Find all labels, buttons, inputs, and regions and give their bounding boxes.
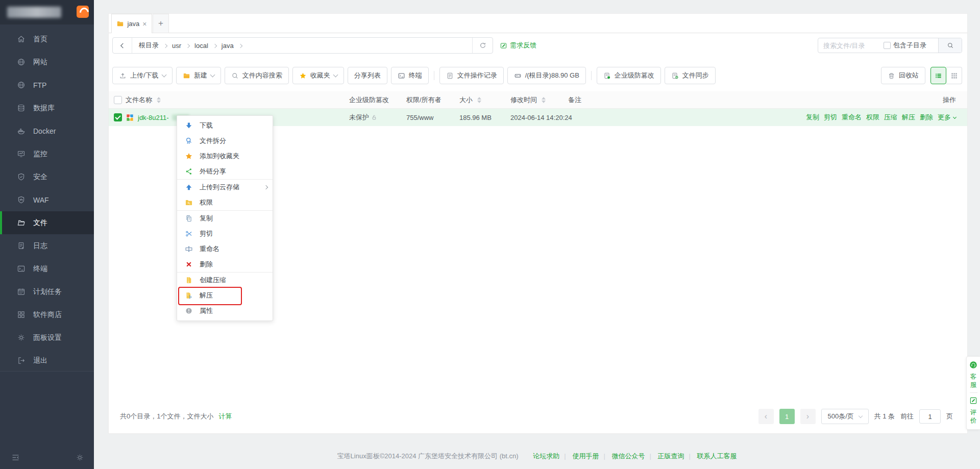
tamper-status[interactable]: 未保护 <box>349 109 377 126</box>
zip-icon <box>184 276 193 285</box>
footer-link-genuine[interactable]: 正版查询 <box>657 452 684 460</box>
sidebar-item-logs[interactable]: 日志 <box>0 234 94 257</box>
next-page-button[interactable]: › <box>800 409 816 424</box>
tab-add-button[interactable]: + <box>153 14 169 33</box>
file-log-button[interactable]: 文件操作记录 <box>439 67 504 84</box>
menu-item-copy[interactable]: 复制 <box>177 211 273 226</box>
rate-link[interactable]: 评价 <box>970 408 977 425</box>
recycle-bin-button[interactable]: 回收站 <box>881 67 925 84</box>
include-subdir-label: 包含子目录 <box>893 41 926 50</box>
sidebar-item-appstore[interactable]: 软件商店 <box>0 303 94 326</box>
sidebar-item-website[interactable]: 网站 <box>0 51 94 73</box>
sidebar-item-waf[interactable]: WAF <box>0 188 94 211</box>
disk-usage-button[interactable]: /(根目录)88.90 GB <box>507 67 586 84</box>
menu-item-share[interactable]: 外链分享 <box>177 164 273 179</box>
tab-java[interactable]: java × <box>111 14 152 33</box>
rate-pencil-icon[interactable] <box>969 397 977 405</box>
shield-icon <box>17 172 26 181</box>
calc-size-link[interactable]: 计算 <box>218 412 232 421</box>
menu-item-cloud-upload[interactable]: 上传到云存储 <box>177 180 273 195</box>
unzip-icon <box>184 291 193 300</box>
new-button[interactable]: 新建 <box>176 67 221 84</box>
list-view-button[interactable] <box>930 67 946 84</box>
sidebar-item-cron[interactable]: 计划任务 <box>0 280 94 303</box>
footer-separator: | <box>603 452 605 460</box>
footer-link-support[interactable]: 联系人工客服 <box>697 452 737 460</box>
menu-item-download[interactable]: 下载 <box>177 118 273 133</box>
sidebar-item-home[interactable]: 首页 <box>0 28 94 51</box>
sidebar-item-docker[interactable]: Docker <box>0 119 94 142</box>
tab-close-icon[interactable]: × <box>142 20 146 28</box>
search-input[interactable] <box>818 42 884 50</box>
prev-page-button[interactable]: ‹ <box>758 409 774 424</box>
menu-item-cut[interactable]: 剪切 <box>177 226 273 241</box>
sort-control[interactable] <box>542 97 546 103</box>
breadcrumb-root[interactable]: 根目录 <box>139 41 159 50</box>
favorites-button[interactable]: 收藏夹 <box>292 67 344 84</box>
sort-control[interactable] <box>477 97 481 103</box>
include-subdir-option[interactable]: 包含子目录 <box>884 41 926 50</box>
back-button[interactable] <box>113 38 132 53</box>
breadcrumb-java[interactable]: java <box>222 42 234 50</box>
share-list-button[interactable]: 分享列表 <box>348 67 387 84</box>
tamper-proof-button[interactable]: 企业级防篡改 <box>597 67 661 84</box>
menu-item-label: 下载 <box>200 121 213 130</box>
breadcrumb-usr[interactable]: usr <box>172 42 181 50</box>
sidebar-item-files[interactable]: 文件 <box>0 211 94 234</box>
checkbox-unchecked[interactable] <box>884 42 891 49</box>
terminal-button[interactable]: 终端 <box>391 67 429 84</box>
menu-item-perm[interactable]: 权限 <box>177 195 273 210</box>
sidebar-item-settings[interactable]: 面板设置 <box>0 326 94 349</box>
action-rename[interactable]: 重命名 <box>842 113 862 122</box>
sort-control[interactable] <box>157 97 161 103</box>
menu-item-rename[interactable]: 重命名 <box>177 241 273 257</box>
goto-page-input[interactable] <box>919 409 941 424</box>
menu-item-split[interactable]: 文件拆分 <box>177 133 273 149</box>
grid-view-button[interactable] <box>946 67 962 84</box>
sidebar-item-terminal[interactable]: 终端 <box>0 257 94 280</box>
footer-spacer <box>525 452 527 460</box>
sidebar-menu: 首页 网站 FTP 数据库 Docker 监控 安全 WAF 文件 日志 终端 … <box>0 28 94 372</box>
column-action: 操作 <box>943 91 956 109</box>
customer-service-icon[interactable] <box>969 361 977 369</box>
menu-item-unzip[interactable]: 解压 <box>177 288 273 303</box>
search-button[interactable] <box>938 38 962 53</box>
current-page-button[interactable]: 1 <box>779 409 795 424</box>
upload-download-button[interactable]: 上传/下载 <box>112 67 173 84</box>
action-perm[interactable]: 权限 <box>866 113 879 122</box>
action-delete[interactable]: 删除 <box>920 113 933 122</box>
footer-link-forum[interactable]: 论坛求助 <box>533 452 559 460</box>
sidebar-item-logout[interactable]: 退出 <box>0 349 94 372</box>
menu-item-compress[interactable]: 创建压缩 <box>177 273 273 288</box>
footer-link-wechat[interactable]: 微信公众号 <box>611 452 645 460</box>
action-copy[interactable]: 复制 <box>806 113 819 122</box>
page-size-select[interactable]: 500条/页 <box>821 409 869 424</box>
content-search-button[interactable]: 文件内容搜索 <box>225 67 289 84</box>
feedback-link[interactable]: 需求反馈 <box>500 37 536 54</box>
action-unzip[interactable]: 解压 <box>902 113 915 122</box>
refresh-button[interactable] <box>472 38 493 53</box>
search-icon <box>231 72 239 80</box>
action-compress[interactable]: 压缩 <box>884 113 897 122</box>
sidebar-item-database[interactable]: 数据库 <box>0 96 94 119</box>
breadcrumb-local[interactable]: local <box>194 42 208 50</box>
row-checkbox-checked[interactable] <box>114 113 122 121</box>
sidebar-item-ftp[interactable]: FTP <box>0 73 94 96</box>
file-sync-button[interactable]: 文件同步 <box>665 67 716 84</box>
action-cut[interactable]: 剪切 <box>824 113 837 122</box>
menu-item-delete[interactable]: 删除 <box>177 257 273 272</box>
search-icon <box>947 42 954 49</box>
menu-item-properties[interactable]: 属性 <box>177 303 273 318</box>
action-more[interactable]: 更多 <box>938 113 951 122</box>
column-perm: 权限/所有者 <box>406 91 442 109</box>
customer-service-link[interactable]: 客服 <box>970 373 977 389</box>
sidebar-settings-icon[interactable] <box>76 453 84 462</box>
button-label: 文件同步 <box>682 71 709 80</box>
sidebar-collapse-icon[interactable] <box>11 453 20 462</box>
menu-item-favorite[interactable]: 添加到收藏夹 <box>177 149 273 164</box>
select-all-checkbox[interactable] <box>114 96 122 104</box>
column-mtime: 修改时间 <box>510 95 537 105</box>
sidebar-item-monitor[interactable]: 监控 <box>0 142 94 165</box>
footer-link-manual[interactable]: 使用手册 <box>572 452 599 460</box>
sidebar-item-security[interactable]: 安全 <box>0 165 94 188</box>
